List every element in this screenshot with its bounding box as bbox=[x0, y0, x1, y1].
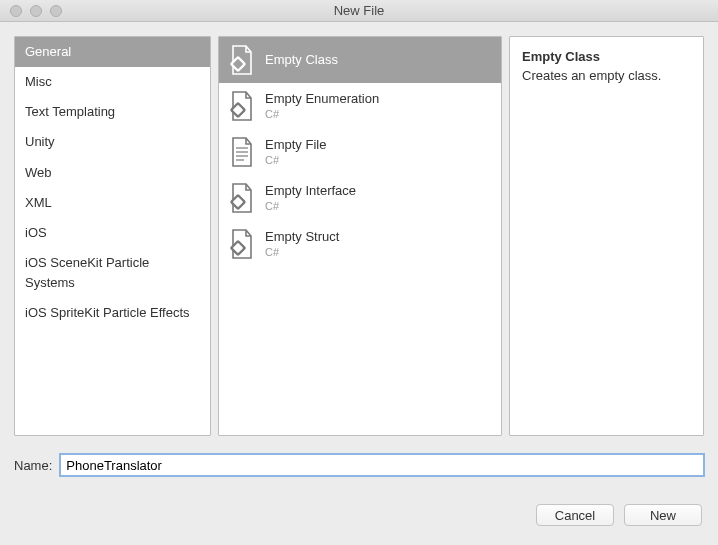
category-list: GeneralMiscText TemplatingUnityWebXMLiOS… bbox=[14, 36, 211, 436]
class-icon bbox=[229, 182, 255, 214]
category-label: Misc bbox=[25, 74, 52, 89]
category-item[interactable]: Unity bbox=[15, 127, 210, 157]
category-item[interactable]: iOS SpriteKit Particle Effects bbox=[15, 298, 210, 328]
category-label: iOS SpriteKit Particle Effects bbox=[25, 305, 190, 320]
window-controls bbox=[0, 5, 62, 17]
description-body: Creates an empty class. bbox=[522, 68, 691, 83]
titlebar: New File bbox=[0, 0, 718, 22]
template-sublabel: C# bbox=[265, 154, 326, 167]
name-label: Name: bbox=[14, 458, 52, 473]
category-label: General bbox=[25, 44, 71, 59]
category-label: Web bbox=[25, 165, 52, 180]
category-item[interactable]: iOS SceneKit Particle Systems bbox=[15, 248, 210, 298]
description-panel: Empty Class Creates an empty class. bbox=[509, 36, 704, 436]
template-label: Empty File bbox=[265, 137, 326, 153]
window-title: New File bbox=[0, 3, 718, 18]
class-icon bbox=[229, 44, 255, 76]
category-item[interactable]: Text Templating bbox=[15, 97, 210, 127]
template-item[interactable]: Empty EnumerationC# bbox=[219, 83, 501, 129]
template-label: Empty Interface bbox=[265, 183, 356, 199]
new-button[interactable]: New bbox=[624, 504, 702, 526]
template-item[interactable]: Empty Class bbox=[219, 37, 501, 83]
category-label: Text Templating bbox=[25, 104, 115, 119]
file-icon bbox=[229, 136, 255, 168]
category-item[interactable]: iOS bbox=[15, 218, 210, 248]
template-label: Empty Class bbox=[265, 52, 338, 68]
template-label: Empty Struct bbox=[265, 229, 339, 245]
class-icon bbox=[229, 228, 255, 260]
category-item[interactable]: Misc bbox=[15, 67, 210, 97]
template-sublabel: C# bbox=[265, 246, 339, 259]
template-sublabel: C# bbox=[265, 108, 379, 121]
category-item[interactable]: XML bbox=[15, 188, 210, 218]
template-label: Empty Enumeration bbox=[265, 91, 379, 107]
category-item[interactable]: General bbox=[15, 37, 210, 67]
cancel-button[interactable]: Cancel bbox=[536, 504, 614, 526]
category-item[interactable]: Web bbox=[15, 158, 210, 188]
category-label: Unity bbox=[25, 134, 55, 149]
template-item[interactable]: Empty InterfaceC# bbox=[219, 175, 501, 221]
minimize-window-icon[interactable] bbox=[30, 5, 42, 17]
template-list: Empty ClassEmpty EnumerationC#Empty File… bbox=[218, 36, 502, 436]
category-label: iOS bbox=[25, 225, 47, 240]
name-input[interactable] bbox=[60, 454, 704, 476]
category-label: iOS SceneKit Particle Systems bbox=[25, 255, 149, 290]
description-title: Empty Class bbox=[522, 49, 691, 64]
close-window-icon[interactable] bbox=[10, 5, 22, 17]
template-item[interactable]: Empty FileC# bbox=[219, 129, 501, 175]
category-label: XML bbox=[25, 195, 52, 210]
class-icon bbox=[229, 90, 255, 122]
template-item[interactable]: Empty StructC# bbox=[219, 221, 501, 267]
zoom-window-icon[interactable] bbox=[50, 5, 62, 17]
template-sublabel: C# bbox=[265, 200, 356, 213]
